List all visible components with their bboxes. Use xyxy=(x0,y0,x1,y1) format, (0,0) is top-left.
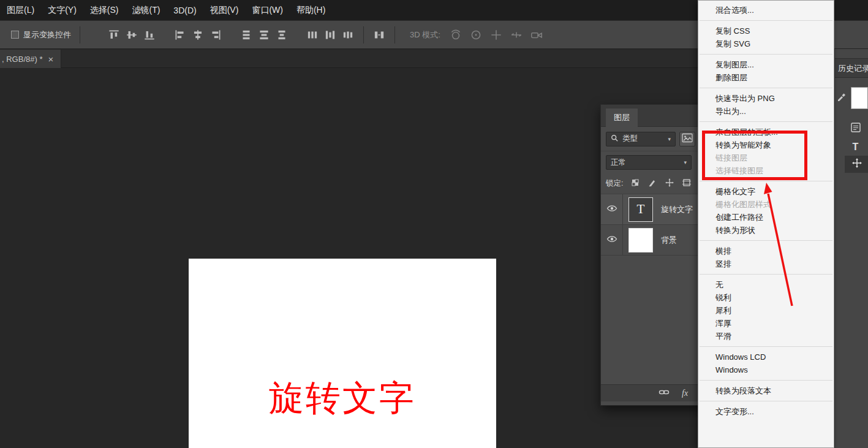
context-menu-item-label: 无 xyxy=(715,280,723,289)
menubar-item[interactable]: 3D(D) xyxy=(167,0,203,20)
layer-thumbnail[interactable]: T xyxy=(628,197,653,222)
context-menu-item[interactable]: 平滑 xyxy=(698,330,834,343)
lock-artboard-icon[interactable] xyxy=(682,178,692,189)
document-canvas[interactable]: 旋转文字 xyxy=(189,259,496,448)
blend-mode-dropdown[interactable]: 正常 ▾ xyxy=(606,155,692,170)
lock-position-icon[interactable] xyxy=(665,178,674,189)
context-menu-item-label: 混合选项... xyxy=(715,6,754,15)
photoshop-window: 图层(L) 文字(Y) 选择(S) 滤镜(T) 3D(D) 视图(V) 窗口(W… xyxy=(0,0,868,448)
menubar-item[interactable]: 帮助(H) xyxy=(290,0,332,20)
context-menu-item xyxy=(700,181,832,181)
color-swatch[interactable] xyxy=(851,87,868,109)
context-menu-item[interactable]: 复制图层... xyxy=(698,58,834,71)
layer-filter-type-dropdown[interactable]: 类型 ▾ xyxy=(606,132,676,146)
image-icon xyxy=(681,132,693,145)
menubar-item[interactable]: 文字(Y) xyxy=(41,0,83,20)
close-tab-icon[interactable]: × xyxy=(48,55,53,64)
context-menu-item[interactable]: 竖排 xyxy=(698,257,834,270)
document-tab[interactable]: , RGB/8#) * × xyxy=(0,50,61,68)
context-menu-item-label: 转换为智能对象 xyxy=(715,140,771,150)
visibility-toggle[interactable] xyxy=(601,194,623,224)
context-menu-item[interactable]: Windows xyxy=(698,363,834,376)
context-menu-item[interactable]: 横排 xyxy=(698,245,834,257)
context-menu-item-label: 复制 SVG xyxy=(715,39,750,48)
context-menu-item[interactable]: 来自图层的画板... xyxy=(698,126,834,139)
context-menu-item[interactable]: 浑厚 xyxy=(698,317,834,330)
menubar-item[interactable]: 滤镜(T) xyxy=(125,0,167,20)
eye-icon xyxy=(606,235,617,245)
distribute-vertical-center-icon[interactable] xyxy=(257,28,271,42)
context-menu-item-label: 文字变形... xyxy=(715,407,754,416)
3d-slide-icon[interactable] xyxy=(510,28,523,42)
link-layers-icon[interactable] xyxy=(659,388,670,398)
list-icon xyxy=(850,122,861,135)
menubar-item[interactable]: 视图(V) xyxy=(203,0,246,20)
search-icon xyxy=(611,134,619,144)
context-menu-item-label: 删除图层 xyxy=(715,73,747,82)
layer-thumbnail[interactable] xyxy=(628,228,653,252)
layer-style-fx-icon[interactable]: fx xyxy=(682,389,688,398)
move-tool-icon[interactable] xyxy=(845,156,868,173)
context-menu-item[interactable]: 复制 CSS xyxy=(698,25,834,37)
align-right-icon[interactable] xyxy=(209,28,222,42)
context-menu-item xyxy=(700,274,832,275)
align-top-icon[interactable] xyxy=(107,28,121,42)
context-menu-item[interactable]: 栅格化文字 xyxy=(698,185,834,198)
eye-icon xyxy=(606,204,617,215)
context-menu-item[interactable]: 犀利 xyxy=(698,304,834,317)
checkbox-box-icon[interactable] xyxy=(11,31,19,39)
context-menu-item[interactable]: 转换为段落文本 xyxy=(698,384,834,397)
character-panel-icon[interactable]: T xyxy=(842,139,868,156)
context-menu-item xyxy=(700,380,832,381)
context-menu-item[interactable]: 删除图层 xyxy=(698,71,834,84)
distribute-top-icon[interactable] xyxy=(240,28,253,42)
align-vertical-center-icon[interactable] xyxy=(125,28,138,42)
history-panel-tab[interactable]: 历史记录 xyxy=(835,58,868,78)
distribute-left-icon[interactable] xyxy=(306,28,319,42)
context-menu-item[interactable]: 无 xyxy=(698,278,834,291)
3d-pan-icon[interactable] xyxy=(489,28,503,42)
context-menu-item xyxy=(700,121,832,122)
properties-panel-icon[interactable] xyxy=(842,120,868,137)
lock-transparency-icon[interactable] xyxy=(630,178,640,189)
context-menu-item[interactable]: 混合选项... xyxy=(698,4,834,17)
context-menu-item xyxy=(700,20,832,21)
context-menu-item[interactable]: 转换为形状 xyxy=(698,224,834,237)
menubar-item[interactable]: 选择(S) xyxy=(83,0,126,20)
lock-pixels-icon[interactable] xyxy=(647,178,657,189)
context-menu-item[interactable]: 链接图层 xyxy=(698,151,834,164)
context-menu-item-label: 浑厚 xyxy=(715,319,731,328)
3d-orbit-icon[interactable] xyxy=(449,28,462,42)
distribute-right-icon[interactable] xyxy=(341,28,355,42)
filter-pixel-layers-button[interactable] xyxy=(679,132,695,146)
distribute-bottom-icon[interactable] xyxy=(275,28,289,42)
show-transform-checkbox[interactable]: 显示变换控件 xyxy=(11,29,71,40)
context-menu-item[interactable]: Windows LCD xyxy=(698,351,834,363)
eyedropper-icon[interactable] xyxy=(837,92,846,104)
distribute-horizontal-center-icon[interactable] xyxy=(323,28,337,42)
align-horizontal-center-icon[interactable] xyxy=(191,28,205,42)
menubar-item[interactable]: 窗口(W) xyxy=(245,0,290,20)
layer-thumbnail-letter: T xyxy=(637,202,645,217)
menubar-item[interactable]: 图层(L) xyxy=(0,0,41,20)
3d-camera-icon[interactable] xyxy=(530,28,543,42)
context-menu-item[interactable]: 导出为... xyxy=(698,105,834,118)
lock-label: 锁定: xyxy=(606,178,623,189)
align-left-icon[interactable] xyxy=(173,28,187,42)
context-menu-item[interactable]: 创建工作路径 xyxy=(698,211,834,224)
context-menu-item-label: 转换为形状 xyxy=(715,226,755,235)
context-menu-item[interactable]: 栅格化图层样式 xyxy=(698,198,834,211)
context-menu-item[interactable]: 选择链接图层 xyxy=(698,164,834,177)
distribute-spacing-icon[interactable] xyxy=(372,28,386,42)
context-menu-item[interactable]: 锐利 xyxy=(698,291,834,304)
move-cross-icon xyxy=(851,158,862,171)
context-menu-item[interactable]: 文字变形... xyxy=(698,405,834,418)
context-menu-item-label: Windows xyxy=(715,365,748,374)
3d-roll-icon[interactable] xyxy=(469,28,483,42)
align-bottom-icon[interactable] xyxy=(143,28,156,42)
layers-panel-tab[interactable]: 图层 xyxy=(606,108,638,127)
visibility-toggle[interactable] xyxy=(601,225,623,255)
context-menu-item[interactable]: 复制 SVG xyxy=(698,37,834,50)
context-menu-item[interactable]: 快速导出为 PNG xyxy=(698,92,834,105)
context-menu-item[interactable]: 转换为智能对象 xyxy=(698,139,834,151)
